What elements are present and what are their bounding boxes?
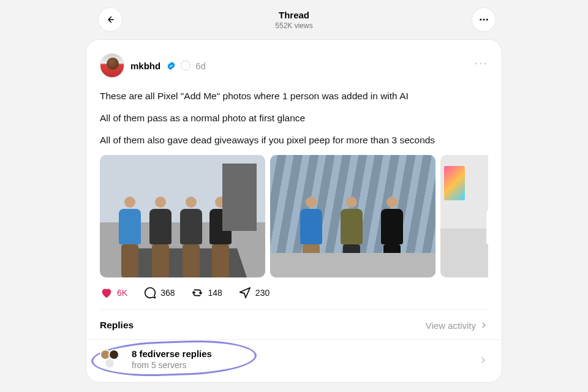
- top-bar: Thread 552K views: [0, 0, 588, 39]
- share-count: 230: [255, 288, 270, 298]
- heart-icon: [100, 286, 113, 300]
- fediverse-title: 8 fediverse replies: [132, 349, 212, 359]
- view-activity-button[interactable]: View activity: [426, 320, 488, 331]
- avatar: [104, 358, 115, 369]
- reply-button[interactable]: 368: [143, 286, 175, 300]
- repost-count: 148: [208, 288, 222, 298]
- photo-3[interactable]: [440, 155, 488, 277]
- post-paragraph: All of them pass as a normal photo at fi…: [100, 111, 488, 126]
- replies-label: Replies: [100, 320, 134, 331]
- svg-point-2: [486, 19, 488, 21]
- media-carousel[interactable]: [100, 155, 488, 277]
- page-title: Thread: [275, 10, 312, 20]
- dots-icon: [478, 14, 489, 25]
- fediverse-avatars: [100, 349, 124, 370]
- send-icon: [238, 286, 252, 300]
- view-activity-label: View activity: [426, 320, 476, 331]
- reply-count: 368: [160, 288, 175, 298]
- repost-button[interactable]: 148: [190, 286, 222, 300]
- author-avatar[interactable]: [100, 53, 124, 78]
- chevron-right-icon: [480, 321, 488, 330]
- svg-point-1: [483, 19, 485, 21]
- post-header: mkbhd 6d ···: [100, 53, 488, 78]
- fediverse-subtitle: from 5 servers: [132, 360, 212, 370]
- chevron-right-icon: [478, 355, 488, 368]
- thread-card: mkbhd 6d ··· These are all Pixel "Add Me…: [86, 39, 502, 383]
- verified-badge-icon: [167, 61, 176, 70]
- replies-header: Replies View activity: [100, 310, 488, 339]
- audience-icon: [181, 61, 190, 70]
- share-button[interactable]: 230: [238, 286, 270, 300]
- action-bar: 6K 368 148 230: [100, 277, 488, 310]
- post-body: These are all Pixel "Add Me" photos wher…: [100, 89, 488, 148]
- repost-icon: [190, 286, 204, 300]
- comment-icon: [143, 286, 157, 300]
- views-count: 552K views: [275, 21, 312, 30]
- svg-point-0: [480, 19, 481, 21]
- header-more-button[interactable]: [472, 7, 496, 32]
- post-paragraph: These are all Pixel "Add Me" photos wher…: [100, 89, 488, 104]
- post-paragraph: All of them also gave dead giveaways if …: [100, 133, 488, 148]
- post-age: 6d: [195, 61, 206, 71]
- back-button[interactable]: [98, 7, 123, 32]
- arrow-left-icon: [105, 14, 116, 25]
- like-count: 6K: [117, 288, 127, 298]
- author-username[interactable]: mkbhd: [130, 61, 160, 71]
- fediverse-replies-row[interactable]: 8 fediverse replies from 5 servers: [86, 339, 502, 382]
- photo-2[interactable]: [270, 155, 435, 277]
- photo-1[interactable]: [100, 155, 265, 277]
- post-more-button[interactable]: ···: [474, 56, 488, 70]
- like-button[interactable]: 6K: [100, 286, 127, 300]
